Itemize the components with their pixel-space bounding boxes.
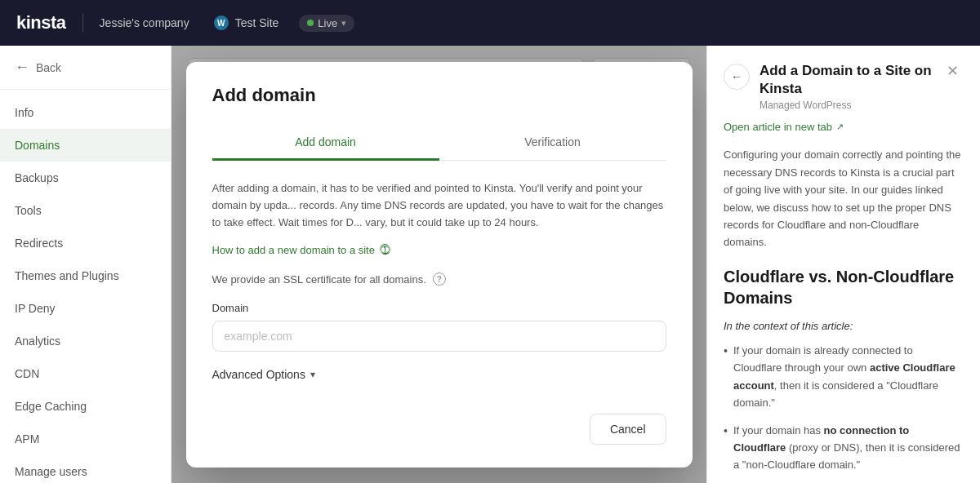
bullet-list: If your domain is already connected to C…: [724, 342, 964, 474]
ssl-info-icon[interactable]: ?: [433, 273, 446, 286]
status-chevron-icon: ▾: [341, 18, 346, 29]
sidebar-item-backups[interactable]: Backups: [0, 162, 171, 194]
add-domain-modal: Add domain Add domain Verification After…: [186, 62, 693, 467]
modal-header: Add domain Add domain Verification: [186, 62, 693, 161]
sidebar-item-ip-deny[interactable]: IP Deny: [0, 292, 171, 325]
site-selector[interactable]: W Test Site: [214, 16, 279, 30]
advanced-options-label: Advanced Options: [212, 368, 305, 381]
external-link-icon: ⓵: [380, 244, 390, 256]
sidebar-item-edge-caching[interactable]: Edge Caching: [0, 390, 171, 423]
site-status-label: Live: [318, 17, 337, 29]
site-name: Test Site: [235, 16, 279, 29]
open-article-link[interactable]: Open article in new tab ↗: [724, 121, 964, 133]
sidebar-item-domains[interactable]: Domains: [0, 129, 171, 162]
domain-input[interactable]: [212, 321, 666, 352]
sidebar-item-themes-plugins[interactable]: Themes and Plugins: [0, 259, 171, 292]
panel-title-group: Add a Domain to a Site on Kinsta Managed…: [760, 62, 942, 111]
wordpress-icon: W: [214, 16, 229, 30]
open-article-label: Open article in new tab: [724, 121, 832, 133]
company-selector[interactable]: Jessie's company: [100, 16, 189, 29]
kinsta-logo: kinsta: [16, 12, 66, 33]
tab-add-domain[interactable]: Add domain: [212, 126, 439, 161]
tab-verification[interactable]: Verification: [439, 126, 666, 161]
how-to-link[interactable]: How to add a new domain to a site ⓵: [212, 244, 666, 256]
live-dot-icon: [307, 20, 314, 26]
panel-title: Add a Domain to a Site on Kinsta: [760, 62, 942, 98]
site-status-badge[interactable]: Live ▾: [299, 15, 354, 32]
sidebar-item-manage-users[interactable]: Manage users: [0, 455, 171, 483]
sidebar-item-info[interactable]: Info: [0, 96, 171, 129]
back-button[interactable]: ← Back: [0, 46, 171, 90]
sidebar-item-redirects[interactable]: Redirects: [0, 227, 171, 259]
how-to-link-text: How to add a new domain to a site: [212, 244, 375, 256]
modal-tabs: Add domain Verification: [212, 126, 666, 161]
topbar-divider: [82, 13, 83, 33]
modal-body: After adding a domain, it has to be veri…: [186, 161, 693, 401]
topbar: kinsta Jessie's company W Test Site Live…: [0, 0, 980, 46]
panel-close-button[interactable]: ✕: [942, 60, 964, 82]
panel-subtitle: Managed WordPress: [760, 100, 942, 111]
panel-header: ← Add a Domain to a Site on Kinsta Manag…: [724, 62, 964, 111]
cancel-button[interactable]: Cancel: [590, 414, 666, 445]
back-arrow-icon: ←: [15, 59, 29, 76]
sidebar-item-cdn[interactable]: CDN: [0, 357, 171, 390]
modal-overlay: Add domain Add domain Verification After…: [172, 46, 706, 483]
advanced-options-toggle[interactable]: Advanced Options ▾: [212, 368, 666, 381]
sidebar-item-tools[interactable]: Tools: [0, 194, 171, 227]
ssl-notice: We provide an SSL certificate for all do…: [212, 273, 666, 286]
sidebar-item-analytics[interactable]: Analytics: [0, 325, 171, 357]
advanced-options-chevron-icon: ▾: [310, 369, 315, 380]
external-link-icon: ↗: [836, 122, 844, 132]
modal-description: After adding a domain, it has to be veri…: [212, 180, 666, 231]
panel-context-label: In the context of this article:: [724, 320, 964, 332]
sidebar-nav: Info Domains Backups Tools Redirects The…: [0, 90, 171, 483]
panel-back-button[interactable]: ←: [724, 64, 750, 90]
domain-label: Domain: [212, 302, 666, 314]
panel-section-title: Cloudflare vs. Non-Cloudflare Domains: [724, 266, 964, 308]
sidebar: ← Back Info Domains Backups Tools Redire…: [0, 46, 172, 483]
main-layout: ← Back Info Domains Backups Tools Redire…: [0, 46, 980, 483]
sidebar-item-apm[interactable]: APM: [0, 423, 171, 455]
company-name: Jessie's company: [100, 16, 189, 29]
bullet-item-cloudflare: If your domain is already connected to C…: [724, 342, 964, 412]
bullet-item-non-cloudflare: If your domain has no connection to Clou…: [724, 422, 964, 474]
modal-footer: Cancel: [186, 401, 693, 467]
back-label: Back: [36, 61, 61, 74]
ssl-notice-text: We provide an SSL certificate for all do…: [212, 273, 426, 286]
modal-title: Add domain: [212, 85, 666, 106]
right-panel: ← Add a Domain to a Site on Kinsta Manag…: [706, 46, 980, 483]
panel-intro-text: Configuring your domain correctly and po…: [724, 146, 964, 251]
content-area: Add domain Add domain Verification After…: [172, 46, 706, 483]
